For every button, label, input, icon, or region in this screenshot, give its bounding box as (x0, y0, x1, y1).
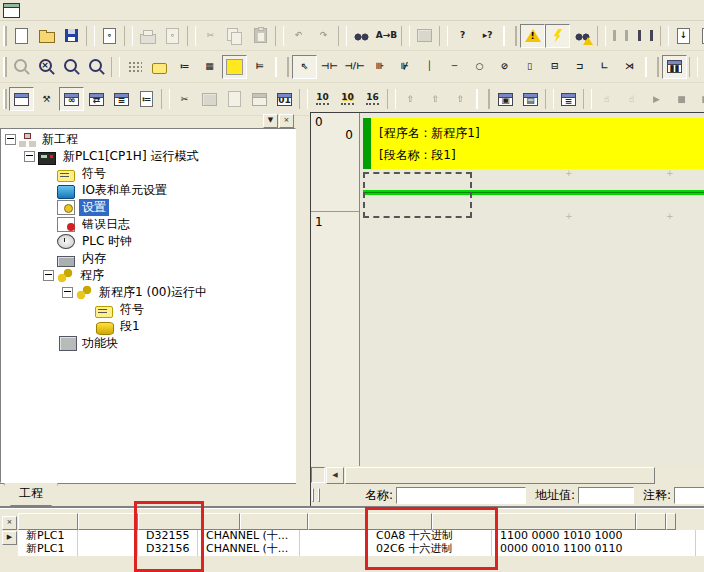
menu-file[interactable] (24, 8, 40, 12)
tree-item-program[interactable]: 程序 (1, 267, 295, 284)
tree-item-function-blocks[interactable]: 功能块 (1, 335, 295, 352)
zoom-in-button[interactable] (84, 55, 109, 79)
contact-or-no-button[interactable]: ⊪ (367, 55, 392, 79)
monitor-signed-decimal-button[interactable]: 10 (335, 87, 360, 111)
set-value-2-button[interactable]: ⇧ (423, 87, 448, 111)
context-help-button[interactable]: ▸? (475, 24, 500, 48)
instruction-button[interactable]: ▯ (517, 55, 542, 79)
symbol-list-button[interactable]: ≣ (556, 87, 581, 111)
menu-simulation[interactable] (120, 8, 136, 12)
expander-icon[interactable] (43, 270, 54, 281)
cut-button[interactable]: ✂ (198, 24, 223, 48)
line-delete-button[interactable]: ⋊ (617, 55, 642, 79)
zoom-out-button[interactable]: × (34, 55, 59, 79)
transfer-to-plc-button[interactable]: ↓ (671, 24, 696, 48)
menu-plc[interactable] (88, 8, 104, 12)
window-tile-button[interactable]: ▤ (518, 87, 543, 111)
tree-item-new-plc1[interactable]: 新PLC1[CP1H] 运行模式 (1, 148, 295, 165)
help-button[interactable]: ? (450, 24, 475, 48)
operand-address-input[interactable] (578, 487, 634, 504)
redo-button[interactable]: ↷ (311, 24, 336, 48)
expander-icon[interactable] (24, 151, 35, 162)
scroll-left-icon[interactable]: ◀ (326, 467, 344, 484)
set-value-3-button[interactable]: ⇧ (448, 87, 473, 111)
menu-view[interactable] (56, 8, 72, 12)
menu-tools[interactable] (136, 8, 152, 12)
contact-nc-button[interactable]: ⊣/⊢ (342, 55, 367, 79)
print-button[interactable] (135, 24, 160, 48)
select-tool-button[interactable]: ⇖ (292, 55, 317, 79)
save-button[interactable] (59, 24, 84, 48)
watch-window-button[interactable]: ∞ (59, 87, 84, 111)
undo-button[interactable]: ↶ (286, 24, 311, 48)
menu-edit[interactable] (40, 8, 56, 12)
copy-button[interactable] (223, 24, 248, 48)
col-data-type[interactable] (240, 513, 308, 530)
pause-monitoring-button[interactable] (608, 24, 633, 48)
ladder-editor[interactable]: 0 0 1 [程序名 : 新程序1] [段名称 : 段1] + + + + (310, 112, 704, 466)
collapse-left-icon[interactable]: ◀ (318, 488, 320, 502)
project-window-button[interactable] (9, 87, 34, 111)
symbol-edit-button[interactable]: ✂ (172, 87, 197, 111)
close-icon[interactable]: × (312, 488, 314, 502)
expand-right-icon[interactable]: ▶ (2, 531, 17, 545)
zoom-100-button[interactable] (59, 55, 84, 79)
tree-item-new-program1[interactable]: 新程序1 (00)运行中 (1, 284, 295, 301)
coil-nc-button[interactable]: ⊘ (492, 55, 517, 79)
col-value-binary[interactable] (636, 513, 666, 530)
pause-button[interactable] (633, 24, 658, 48)
find-button[interactable] (349, 24, 374, 48)
print-preview-button[interactable]: ∘ (160, 24, 185, 48)
vertical-line-button[interactable]: │ (417, 55, 442, 79)
ladder-view-button[interactable] (222, 55, 247, 79)
tree-item-error-log[interactable]: 错误日志 (1, 216, 295, 233)
scrollbar-gripper[interactable] (311, 467, 325, 483)
ladder-cursor[interactable] (363, 172, 472, 218)
cross-reference-button[interactable]: ⇄ (84, 87, 109, 111)
tree-item-program-symbols[interactable]: 符号 (1, 301, 295, 318)
expander-icon[interactable] (5, 134, 16, 145)
zoom-fit-button[interactable] (9, 55, 34, 79)
local-window-button[interactable]: ≡ (109, 87, 134, 111)
work-online-button[interactable] (545, 24, 570, 48)
tree-item-new-project[interactable]: 新工程 (1, 131, 295, 148)
watch-row[interactable]: 新PLC1 D32156 CHANNEL (十... 02C6 十六进制 000… (18, 543, 704, 556)
horizontal-line-button[interactable]: ─ (442, 55, 467, 79)
watch-row[interactable]: 新PLC1 D32155 CHANNEL (十... C0A8 十六进制 110… (18, 530, 704, 543)
menu-insert[interactable] (72, 8, 88, 12)
rung-comment-button[interactable] (222, 87, 247, 111)
comment-toggle-button[interactable] (147, 55, 172, 79)
tab-project[interactable]: 工程 (4, 483, 58, 506)
close-icon[interactable]: × (2, 516, 17, 530)
tree-item-settings[interactable]: 设置 (1, 199, 295, 216)
dropdown-icon[interactable]: ▼ (263, 114, 278, 128)
menu-program[interactable] (104, 8, 120, 12)
menu-help[interactable] (168, 8, 184, 12)
col-name[interactable] (78, 513, 138, 530)
paste-button[interactable] (248, 24, 273, 48)
toolbar-grip[interactable] (3, 57, 7, 77)
instruction-nc-button[interactable]: ⊟ (542, 55, 567, 79)
col-plc-name[interactable] (18, 513, 78, 530)
binary-display-button[interactable]: 01 (272, 87, 297, 111)
tree-item-io-table[interactable]: IO表和单元设置 (1, 182, 295, 199)
inverted-instruction-button[interactable]: ⊐ (567, 55, 592, 79)
monitor-hex-button[interactable]: 16 (360, 87, 385, 111)
compile-program-button[interactable] (520, 24, 545, 48)
set-value-button[interactable]: ⇧ (398, 87, 423, 111)
compile-to-text-button[interactable]: ∘ (97, 24, 122, 48)
properties-button[interactable]: ≔ (134, 87, 159, 111)
toolbar-grip[interactable] (3, 26, 7, 46)
monitor-data-button[interactable]: ▦ (197, 55, 222, 79)
transfer-from-plc-button[interactable]: ↑ (696, 24, 704, 48)
simulator-stop-button[interactable]: ■ (669, 87, 694, 111)
simulator-pause-button[interactable]: ▮▮ (694, 87, 704, 111)
io-comment-button[interactable] (197, 87, 222, 111)
tree-item-section1[interactable]: 段1 (1, 318, 295, 335)
menu-window[interactable] (152, 8, 168, 12)
force-off-button[interactable]: ☝ (619, 87, 644, 111)
close-icon[interactable]: × (279, 114, 294, 128)
monitor-decimal-button[interactable]: 10 (310, 87, 335, 111)
col-comment[interactable] (666, 513, 676, 530)
data-trace-button[interactable]: ▣ (700, 55, 704, 79)
